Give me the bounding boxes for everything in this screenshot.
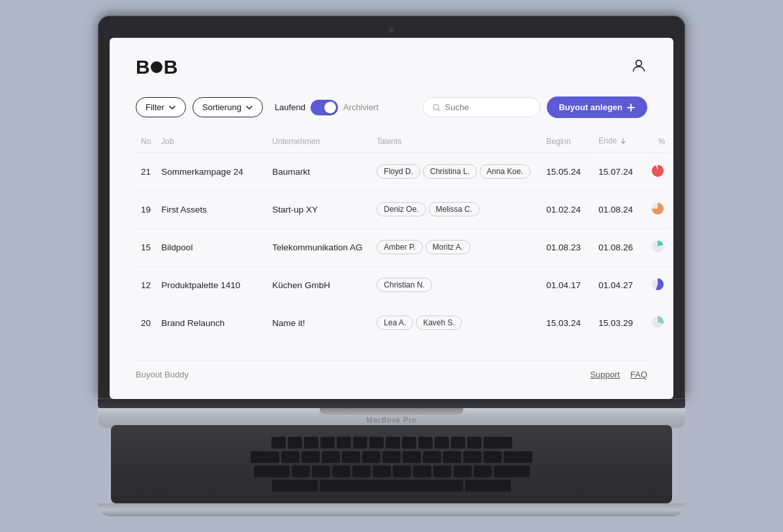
cell-company: Telekommunikation AG <box>267 228 371 266</box>
toggle-on-label: Laufend <box>275 102 305 112</box>
col-beginn: Beginn <box>541 132 593 153</box>
cell-ende: 01.08.26 <box>593 228 645 266</box>
progress-pie <box>651 164 665 178</box>
cell-talents: Lea A.Kaveh S. <box>371 304 541 342</box>
footer-brand: Buyout Buddy <box>136 370 189 379</box>
talent-tag: Christian N. <box>376 278 432 292</box>
table-row[interactable]: 15BildpoolTelekommunikation AGAmber P.Mo… <box>136 228 670 266</box>
talent-tag: Kaveh S. <box>416 316 462 330</box>
col-talents: Talents <box>371 132 541 153</box>
cell-beginn: 01.04.17 <box>541 266 593 304</box>
cell-beginn: 15.05.24 <box>541 153 593 190</box>
cell-company: Küchen GmbH <box>267 266 371 304</box>
cell-no: 12 <box>136 266 156 304</box>
cell-percent <box>645 190 670 228</box>
cell-ende: 01.08.24 <box>593 190 645 228</box>
cell-ende: 01.04.27 <box>593 266 645 304</box>
cell-talents: Christian N. <box>371 266 541 304</box>
cell-no: 21 <box>136 153 156 190</box>
cell-company: Start-up XY <box>267 190 371 228</box>
progress-pie <box>651 201 665 216</box>
table-row[interactable]: 12Produktpalette 1410Küchen GmbHChristia… <box>136 266 670 304</box>
filter-label: Filter <box>146 102 164 112</box>
toggle-off-label: Archiviert <box>343 102 378 112</box>
laptop-wrapper: B B Filter <box>98 16 685 516</box>
cell-percent <box>645 304 670 342</box>
cell-ende: 15.07.24 <box>593 153 645 190</box>
logo-b2: B <box>164 56 177 78</box>
footer-links: Support FAQ <box>590 370 647 379</box>
col-company: Unternehmen <box>267 132 371 153</box>
camera <box>389 27 394 33</box>
svg-point-0 <box>636 61 642 66</box>
talent-tag: Floyd D. <box>376 164 420 179</box>
faq-link[interactable]: FAQ <box>630 370 647 379</box>
cell-beginn: 01.02.24 <box>541 190 593 228</box>
cell-talents: Deniz Oe.Melissa C. <box>371 190 541 228</box>
cell-beginn: 15.03.24 <box>541 304 593 342</box>
filter-button[interactable]: Filter <box>136 97 186 117</box>
laptop-bottom <box>98 503 685 516</box>
cell-no: 15 <box>136 228 156 266</box>
buyout-label: Buyout anlegen <box>559 102 622 112</box>
data-table: No Job Unternehmen Talents Beginn Ende %… <box>136 132 670 342</box>
app-header: B B <box>136 56 647 78</box>
talent-tag: Christina L. <box>423 164 477 179</box>
cell-job: Sommerkampage 24 <box>156 153 267 190</box>
progress-pie <box>651 315 665 329</box>
laptop-screen: B B Filter <box>110 38 673 399</box>
laptop-keyboard <box>111 425 672 503</box>
cell-no: 19 <box>136 190 156 228</box>
cell-percent <box>645 228 670 266</box>
col-ende: Ende <box>593 132 645 153</box>
logo-circle <box>151 61 162 73</box>
app-footer: Buyout Buddy Support FAQ <box>136 360 647 379</box>
logo-b1: B <box>136 56 149 78</box>
laptop-hinge <box>98 399 685 408</box>
cell-percent <box>645 153 670 190</box>
cell-job: Produktpalette 1410 <box>156 266 267 304</box>
cell-no: 20 <box>136 304 156 342</box>
search-area <box>423 97 540 117</box>
cell-company: Name it! <box>267 304 371 342</box>
toggle-switch[interactable] <box>311 100 338 115</box>
talent-tag: Moritz A. <box>425 240 470 254</box>
cell-job: First Assets <box>156 190 267 228</box>
table-row[interactable]: 19First AssetsStart-up XYDeniz Oe.Meliss… <box>136 190 670 228</box>
cell-talents: Amber P.Moritz A. <box>371 228 541 266</box>
logo: B B <box>136 56 177 78</box>
macbook-label: MacBook Pro <box>366 416 416 424</box>
cell-ende: 15.03.29 <box>593 304 645 342</box>
toolbar: Filter Sortierung Laufend Archiviert <box>136 96 647 118</box>
talent-tag: Lea A. <box>376 316 413 330</box>
talent-tag: Amber P. <box>376 240 422 254</box>
search-input[interactable] <box>445 102 531 112</box>
toggle-area: Laufend Archiviert <box>275 100 378 115</box>
talent-tag: Melissa C. <box>429 202 480 216</box>
plus-icon <box>626 103 636 112</box>
support-link[interactable]: Support <box>590 370 620 379</box>
cell-company: Baumarkt <box>267 153 371 190</box>
laptop-notch <box>320 408 463 415</box>
col-job: Job <box>156 132 267 153</box>
cell-percent <box>645 266 670 304</box>
progress-pie <box>651 277 665 291</box>
user-icon[interactable] <box>630 57 647 77</box>
camera-bar <box>110 27 673 33</box>
search-icon <box>433 103 440 112</box>
cell-beginn: 01.08.23 <box>541 228 593 266</box>
talent-tag: Anna Koe. <box>480 164 530 179</box>
app-container: B B Filter <box>110 38 673 399</box>
screen-bezel: B B Filter <box>98 16 685 399</box>
cell-job: Brand Relaunch <box>156 304 267 342</box>
search-input-wrap <box>423 97 540 117</box>
col-percent: % <box>645 132 670 153</box>
progress-pie <box>651 239 665 254</box>
buyout-button[interactable]: Buyout anlegen <box>547 96 647 118</box>
sort-ende-icon <box>619 137 627 145</box>
talent-tag: Deniz Oe. <box>376 202 425 216</box>
table-row[interactable]: 21Sommerkampage 24BaumarktFloyd D.Christ… <box>136 153 670 190</box>
sort-button[interactable]: Sortierung <box>192 97 263 117</box>
sort-label: Sortierung <box>202 102 241 112</box>
table-row[interactable]: 20Brand RelaunchName it!Lea A.Kaveh S.15… <box>136 304 670 342</box>
